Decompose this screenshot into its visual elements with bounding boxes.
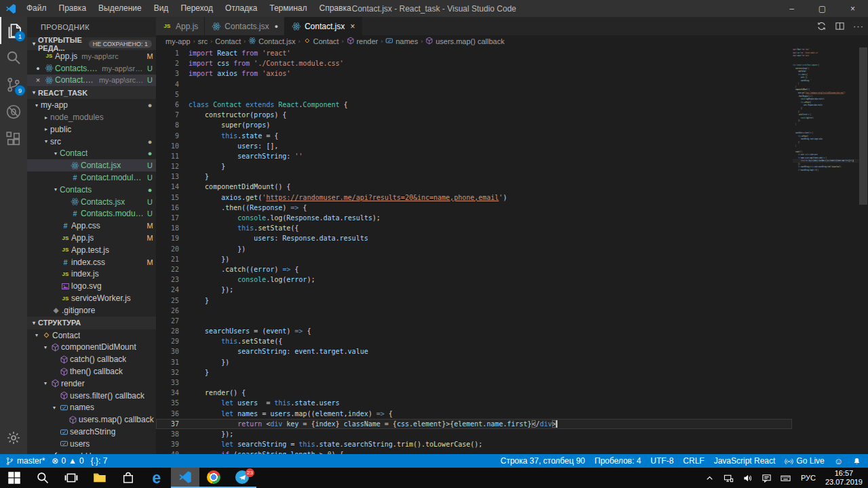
eol-sequence[interactable]: CRLF [683, 456, 704, 466]
code-line[interactable]: 19 users: Response.data.results [156, 233, 792, 243]
split-editor-icon[interactable] [835, 21, 845, 31]
line-number[interactable]: 15 [156, 192, 179, 203]
code-line[interactable]: 5 [156, 89, 792, 100]
code-line[interactable]: 40 if (searchString.length > 0) { [156, 449, 792, 454]
file-tree-item[interactable]: logo.svg [27, 280, 156, 292]
open-editor-item[interactable]: ●Contacts.jsxmy-app\src...U [27, 62, 156, 75]
code-line[interactable]: if (searchString.length > 0) { [793, 169, 859, 172]
outline-item[interactable]: searchString [27, 426, 156, 438]
line-number[interactable]: 24 [156, 285, 179, 295]
line-number[interactable]: 9 [156, 131, 179, 141]
file-tree-item[interactable]: #Contact.module.cssU [27, 171, 156, 184]
line-number[interactable]: 17 [156, 213, 179, 223]
close-button[interactable]: × [837, 0, 868, 17]
more-actions-icon[interactable]: ··· [853, 21, 864, 31]
taskbar-explorer-button[interactable] [85, 468, 114, 488]
line-number[interactable]: 29 [156, 336, 179, 346]
language-mode[interactable]: JavaScript React [714, 456, 776, 466]
code-line[interactable]: return <div key = {index} className = {c… [793, 159, 859, 163]
folder-tree-item[interactable]: ▸public [27, 123, 156, 136]
code-line[interactable]: 11 searchString: '' [156, 151, 792, 161]
outline-item[interactable]: ▾Contact [27, 329, 156, 342]
menu-item[interactable]: Выделение [92, 0, 148, 17]
file-tree-item[interactable]: #index.cssM [27, 256, 156, 268]
code-line[interactable]: 8 super(props) [156, 120, 792, 130]
breadcrumb-item[interactable]: my-app [165, 37, 191, 45]
tab-contacts-jsx[interactable]: Contacts.jsx● [205, 17, 285, 35]
code-line[interactable]: 14 componentDidMount() { [156, 182, 792, 192]
menu-item[interactable]: Терминал [263, 0, 313, 17]
tray-chevron-up-icon[interactable] [702, 473, 718, 483]
taskbar-chrome-button[interactable] [199, 468, 228, 488]
language-indicator[interactable]: РУС [797, 474, 820, 482]
menu-item[interactable]: Отладка [219, 0, 263, 17]
code-line[interactable]: 3import axios from 'axios' [156, 68, 792, 79]
scrollbar-thumb[interactable] [859, 47, 867, 205]
code-line[interactable]: 24 }); [156, 285, 792, 295]
open-editors-header[interactable]: ▾ ОТКРЫТЫЕ РЕДА... НЕ СОХРАНЕНО: 1 [27, 37, 156, 50]
minimize-button[interactable]: – [776, 0, 807, 17]
file-tree-item[interactable]: ◈.gitignore [27, 304, 156, 317]
folder-tree-item[interactable]: ▾src● [27, 136, 156, 148]
code-line[interactable]: 9 this.state = { [156, 131, 792, 141]
line-number[interactable]: 3 [156, 68, 179, 79]
code-line[interactable]: 27 [156, 316, 792, 326]
file-tree-item[interactable]: #Contacts.module.cssU [27, 208, 156, 220]
line-number[interactable]: 33 [156, 378, 179, 388]
line-number[interactable]: 22 [156, 264, 179, 274]
keyboard-icon[interactable] [778, 473, 794, 483]
line-number[interactable]: 19 [156, 233, 179, 243]
tab-app-js[interactable]: JSApp.js [156, 17, 205, 35]
line-number[interactable]: 1 [156, 48, 179, 58]
code-line[interactable]: 21 }) [156, 254, 792, 264]
file-tree-item[interactable]: #App.cssM [27, 220, 156, 232]
menu-item[interactable]: Переход [174, 0, 219, 17]
line-number[interactable]: 8 [156, 120, 179, 130]
breadcrumb-item[interactable]: Contact [215, 37, 241, 45]
file-tree-item[interactable]: JSApp.test.js [27, 244, 156, 256]
outline-item[interactable]: users [27, 438, 156, 450]
line-number[interactable]: 5 [156, 89, 179, 100]
breadcrumb-item[interactable]: Contact [303, 37, 339, 46]
line-number[interactable]: 2 [156, 58, 179, 68]
cursor-position[interactable]: Строка 37, столбец 90 [500, 456, 585, 466]
folder-tree-item[interactable]: ▾Contacts● [27, 184, 156, 196]
bracket-status[interactable]: {.}: 7 [91, 456, 108, 466]
clock[interactable]: 16:57 23.07.2019 [823, 469, 868, 487]
line-number[interactable]: 4 [156, 79, 179, 89]
line-number[interactable]: 39 [156, 439, 179, 449]
code-line[interactable]: 17 console.log(Response.data.results); [156, 213, 792, 223]
network-icon[interactable] [721, 473, 737, 483]
folder-tree-item[interactable]: ▾my-app● [27, 99, 156, 111]
code-line[interactable]: 36 let names = users.map((element,index)… [156, 409, 792, 419]
line-number[interactable]: 37 [156, 419, 179, 429]
code-line[interactable]: 26 [156, 306, 792, 316]
extensions-icon[interactable] [0, 125, 27, 152]
minimap[interactable]: import React from 'react'import css from… [793, 48, 859, 454]
code-line[interactable]: 33 [156, 378, 792, 388]
taskbar-search-button[interactable] [28, 468, 57, 488]
breadcrumb-item[interactable]: render [347, 37, 378, 46]
code-line[interactable]: 1import React from 'react' [156, 48, 792, 58]
code-line[interactable]: 31 }) [156, 357, 792, 367]
outline-item[interactable]: catch() callback [27, 353, 156, 365]
code-line[interactable]: 28 searchUsers = (event) => { [156, 326, 792, 336]
folder-tree-item[interactable]: ▾Contact● [27, 148, 156, 160]
breadcrumb-item[interactable]: names [385, 37, 418, 46]
code-line[interactable]: 18 this.setState({ [156, 223, 792, 233]
code-line[interactable]: 20 }) [156, 244, 792, 254]
problems-status[interactable]: ⊗0 ▲0 [52, 456, 83, 466]
code-line[interactable]: 4 [156, 79, 792, 89]
line-number[interactable]: 20 [156, 244, 179, 254]
taskbar-edge-button[interactable]: e [142, 468, 171, 488]
line-number[interactable]: 30 [156, 346, 179, 357]
line-number[interactable]: 32 [156, 367, 179, 378]
outline-item[interactable]: users.map() callback [27, 413, 156, 426]
encoding[interactable]: UTF-8 [650, 456, 673, 466]
code-line[interactable]: 30 searchString: event.target.value [156, 346, 792, 357]
line-number[interactable]: 11 [156, 151, 179, 161]
line-number[interactable]: 18 [156, 223, 179, 233]
outline-item[interactable]: ▾names [27, 402, 156, 414]
code-line[interactable]: 34 render() { [156, 388, 792, 398]
code-line[interactable]: 7 constructor(props) { [156, 110, 792, 120]
